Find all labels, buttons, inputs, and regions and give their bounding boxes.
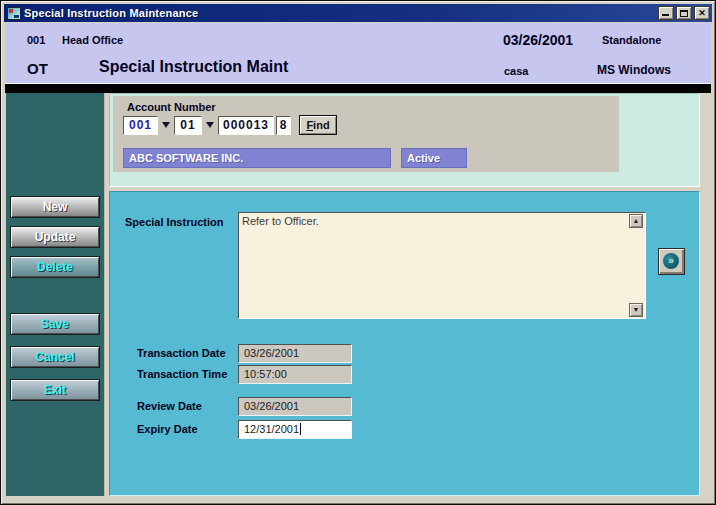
header-divider [5, 84, 711, 93]
account-status-badge: Active [401, 148, 467, 168]
account-name-display: ABC SOFTWARE INC. [123, 148, 391, 168]
platform-label: MS Windows [597, 63, 671, 77]
scroll-down-icon[interactable]: ▼ [629, 303, 643, 317]
detail-panel: Special Instruction Refer to Officer. ▲ … [109, 191, 700, 496]
transaction-date-field: 03/26/2001 [238, 344, 352, 363]
exit-button[interactable]: Exit [10, 379, 100, 401]
window-title: Special Instruction Maintenance [24, 7, 658, 19]
find-button[interactable]: Find [299, 115, 337, 135]
delete-button[interactable]: Delete [10, 256, 100, 278]
title-bar[interactable]: Special Instruction Maintenance ✕ [4, 4, 712, 22]
sidebar: New Update Delete Save Cancel Exit [6, 93, 105, 496]
textarea-scrollbar[interactable]: ▲ ▼ [629, 214, 644, 317]
account-number-input[interactable]: 000013 [218, 116, 274, 135]
special-instruction-textarea[interactable]: Refer to Officer. ▲ ▼ [238, 212, 646, 319]
branch-dropdown-icon[interactable] [162, 122, 170, 128]
application-window: Special Instruction Maintenance ✕ 001 He… [0, 0, 716, 505]
account-branch-input[interactable]: 001 [123, 116, 158, 135]
mode-label: Standalone [602, 34, 661, 46]
content-panels: Account Number 001 01 000013 8 Find ABC … [109, 93, 700, 496]
app-icon [7, 7, 21, 20]
branch-name: Head Office [62, 34, 123, 46]
special-instruction-text[interactable]: Refer to Officer. [242, 215, 627, 316]
account-number-row: 001 01 000013 8 Find [123, 115, 337, 135]
expiry-date-value: 12/31/2001 [244, 423, 299, 435]
expiry-date-input[interactable]: 12/31/2001 [238, 420, 352, 439]
body-area: New Update Delete Save Cancel Exit Accou… [5, 93, 711, 496]
expiry-date-label: Expiry Date [137, 423, 198, 435]
account-panel: Account Number 001 01 000013 8 Find ABC … [109, 93, 700, 187]
account-inner-panel: Account Number 001 01 000013 8 Find ABC … [113, 96, 619, 172]
transaction-date-label: Transaction Date [137, 347, 226, 359]
minimize-button[interactable] [658, 6, 674, 20]
account-type-input[interactable]: 01 [174, 116, 202, 135]
module-code: OT [27, 60, 48, 77]
review-date-field: 03/26/2001 [238, 397, 352, 416]
maximize-icon [680, 10, 688, 17]
text-cursor [300, 423, 301, 435]
expand-instruction-button[interactable]: » [658, 248, 685, 275]
scroll-up-icon[interactable]: ▲ [629, 214, 643, 228]
minimize-icon [662, 14, 669, 16]
cancel-button[interactable]: Cancel [10, 346, 100, 368]
type-dropdown-icon[interactable] [206, 122, 214, 128]
screen-title: Special Instruction Maint [99, 58, 288, 76]
arrow-right-icon: » [663, 253, 679, 269]
account-number-label: Account Number [127, 101, 216, 113]
save-button[interactable]: Save [10, 313, 100, 335]
system-date: 03/26/2001 [503, 32, 573, 48]
review-date-label: Review Date [137, 400, 202, 412]
transaction-time-label: Transaction Time [137, 368, 227, 380]
check-digit-input[interactable]: 8 [276, 116, 291, 135]
update-button[interactable]: Update [10, 226, 100, 248]
maximize-button[interactable] [676, 6, 692, 20]
close-button[interactable]: ✕ [694, 6, 710, 20]
branch-code: 001 [27, 34, 45, 46]
screen-header: 001 Head Office OT Special Instruction M… [5, 23, 711, 84]
transaction-time-field: 10:57:00 [238, 365, 352, 384]
new-button[interactable]: New [10, 196, 100, 218]
special-instruction-label: Special Instruction [125, 216, 223, 228]
user-name: casa [504, 65, 528, 77]
